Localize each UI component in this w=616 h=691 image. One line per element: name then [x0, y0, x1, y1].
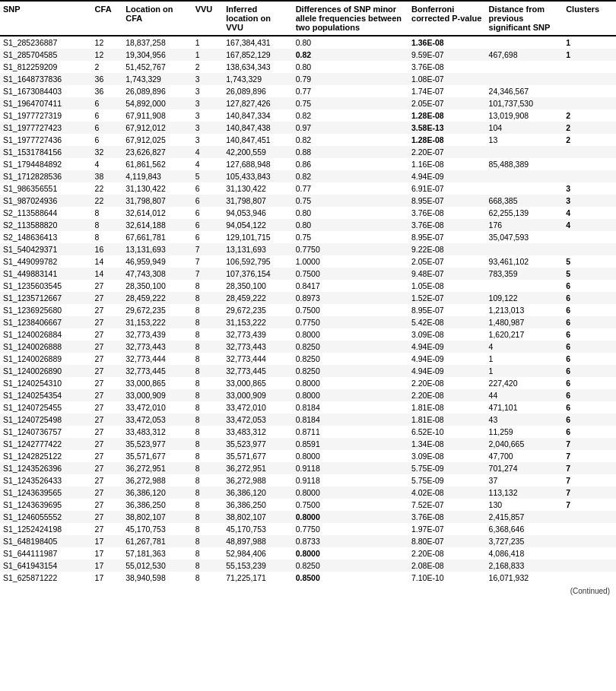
cell-inf_loc: 140,847,438 — [223, 122, 292, 134]
cell-loc_cfa: 35,571,677 — [122, 450, 192, 462]
header-loc-cfa: Location on CFA — [122, 1, 192, 36]
cell-vvu: 8 — [192, 572, 224, 584]
table-row: S2_113588820832,614,188694,054,1220.803.… — [0, 219, 616, 231]
cell-inf_loc: 36,386,250 — [223, 499, 292, 511]
cell-clusters: 6 — [563, 389, 616, 401]
cell-bonf: 4.94E-09 — [408, 365, 486, 377]
cell-bonf: 7.52E-07 — [408, 499, 486, 511]
cell-dist: 701,274 — [486, 462, 564, 474]
cell-cfa: 27 — [92, 365, 123, 377]
cell-snp: S1_1531784156 — [0, 146, 92, 158]
cell-diff: 0.82 — [293, 134, 408, 146]
cell-clusters — [563, 559, 616, 572]
cell-inf_loc: 31,153,222 — [223, 316, 292, 328]
cell-clusters: 4 — [563, 219, 616, 231]
cell-snp: S1_1240725455 — [0, 401, 92, 414]
cell-inf_loc: 31,130,422 — [223, 182, 292, 195]
cell-dist: 62,255,139 — [486, 207, 564, 219]
table-row: S1_1977727423667,912,0123140,847,4380.97… — [0, 122, 616, 134]
cell-inf_loc: 138,634,343 — [223, 61, 292, 73]
cell-bonf: 3.76E-08 — [408, 511, 486, 523]
cell-inf_loc: 94,053,946 — [223, 207, 292, 219]
cell-vvu: 8 — [192, 547, 224, 559]
cell-diff: 0.75 — [293, 195, 408, 207]
cell-dist: 4,086,418 — [486, 547, 564, 559]
cell-dist: 227,420 — [486, 377, 564, 389]
cell-bonf: 3.58E-13 — [408, 122, 486, 134]
cell-clusters — [563, 85, 616, 97]
cell-inf_loc: 42,200,559 — [223, 146, 292, 158]
table-row: S1_12436396952736,386,250836,386,2500.75… — [0, 499, 616, 511]
cell-cfa: 27 — [92, 450, 123, 462]
cell-bonf: 5.42E-08 — [408, 316, 486, 328]
cell-vvu: 5 — [192, 170, 224, 182]
cell-snp: S1_1235603545 — [0, 280, 92, 292]
cell-cfa: 17 — [92, 572, 123, 584]
cell-cfa: 6 — [92, 134, 123, 146]
cell-loc_cfa: 33,472,053 — [122, 414, 192, 426]
cell-loc_cfa: 31,798,807 — [122, 195, 192, 207]
cell-loc_cfa: 19,304,956 — [122, 49, 192, 61]
cell-dist: 113,132 — [486, 487, 564, 499]
cell-dist: 471,101 — [486, 401, 564, 414]
cell-snp: S1_1242777422 — [0, 438, 92, 450]
cell-loc_cfa: 33,000,865 — [122, 377, 192, 389]
cell-vvu: 8 — [192, 353, 224, 365]
cell-diff: 0.8250 — [293, 353, 408, 365]
cell-clusters: 6 — [563, 280, 616, 292]
cell-bonf: 1.97E-07 — [408, 523, 486, 535]
cell-diff: 0.75 — [293, 97, 408, 109]
cell-dist — [486, 61, 564, 73]
table-row: S1_12460555522738,802,107838,802,1070.80… — [0, 511, 616, 523]
cell-vvu: 3 — [192, 122, 224, 134]
cell-dist: 37 — [486, 474, 564, 487]
cell-cfa: 27 — [92, 426, 123, 438]
cell-vvu: 8 — [192, 377, 224, 389]
cell-inf_loc: 127,827,426 — [223, 97, 292, 109]
cell-bonf: 3.09E-08 — [408, 450, 486, 462]
cell-cfa: 27 — [92, 353, 123, 365]
cell-dist — [486, 36, 564, 49]
cell-clusters — [563, 61, 616, 73]
cell-dist: 668,385 — [486, 195, 564, 207]
cell-snp: S1_1240026884 — [0, 328, 92, 341]
table-row: S1_6441119871757,181,363852,984,4060.800… — [0, 547, 616, 559]
cell-diff: 0.97 — [293, 122, 408, 134]
cell-diff: 0.8000 — [293, 547, 408, 559]
cell-diff: 0.82 — [293, 49, 408, 61]
cell-clusters: 6 — [563, 414, 616, 426]
cell-bonf: 1.34E-08 — [408, 438, 486, 450]
cell-bonf: 4.02E-08 — [408, 487, 486, 499]
cell-clusters: 6 — [563, 328, 616, 341]
cell-vvu: 8 — [192, 389, 224, 401]
cell-loc_cfa: 13,131,693 — [122, 243, 192, 255]
cell-loc_cfa: 32,773,444 — [122, 353, 192, 365]
table-row: S1_12407367572733,483,312833,483,3120.87… — [0, 426, 616, 438]
cell-snp: S1_1240736757 — [0, 426, 92, 438]
cell-cfa: 14 — [92, 268, 123, 280]
cell-cfa: 8 — [92, 231, 123, 243]
cell-vvu: 8 — [192, 462, 224, 474]
cell-inf_loc: 32,773,443 — [223, 341, 292, 353]
cell-loc_cfa: 45,170,753 — [122, 523, 192, 535]
cell-vvu: 8 — [192, 328, 224, 341]
cell-inf_loc: 1,743,329 — [223, 73, 292, 85]
cell-vvu: 6 — [192, 195, 224, 207]
cell-cfa: 12 — [92, 36, 123, 49]
cell-loc_cfa: 47,743,308 — [122, 268, 192, 280]
cell-cfa: 27 — [92, 414, 123, 426]
cell-snp: S1_1242825122 — [0, 450, 92, 462]
table-row: S1_12384066672731,153,222831,153,2220.77… — [0, 316, 616, 328]
cell-inf_loc: 94,054,122 — [223, 219, 292, 231]
cell-dist: 24,346,567 — [486, 85, 564, 97]
cell-inf_loc: 33,472,053 — [223, 414, 292, 426]
cell-loc_cfa: 61,267,781 — [122, 535, 192, 547]
cell-clusters: 4 — [563, 207, 616, 219]
table-row: S1_2857045851219,304,9561167,852,1290.82… — [0, 49, 616, 61]
table-row: S1_12435264332736,272,988836,272,9880.91… — [0, 474, 616, 487]
cell-clusters: 6 — [563, 304, 616, 316]
cell-snp: S1_1712828536 — [0, 170, 92, 182]
cell-loc_cfa: 67,912,025 — [122, 134, 192, 146]
cell-inf_loc: 32,773,444 — [223, 353, 292, 365]
table-row: S1_4498831411447,743,3087107,376,1540.75… — [0, 268, 616, 280]
